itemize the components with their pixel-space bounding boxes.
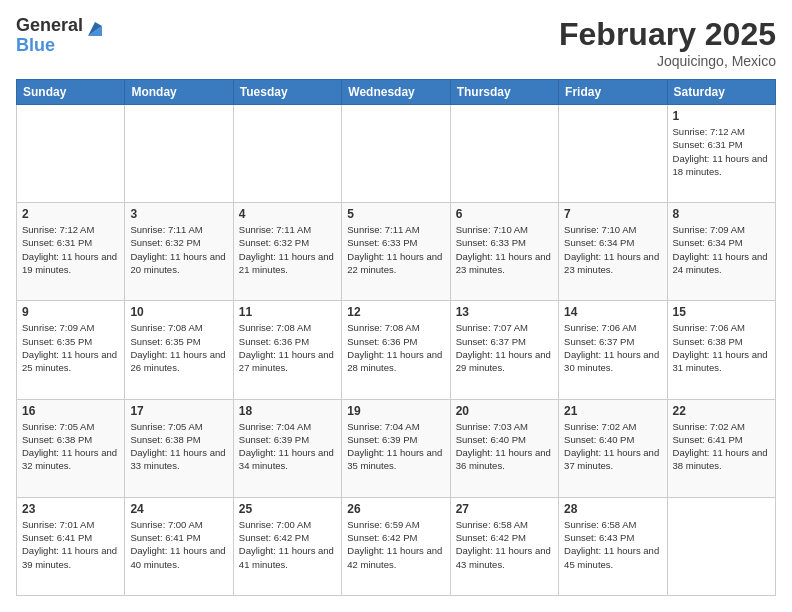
calendar-header-thursday: Thursday — [450, 80, 558, 105]
day-info: Sunrise: 7:08 AM Sunset: 6:36 PM Dayligh… — [239, 321, 336, 374]
day-info: Sunrise: 7:02 AM Sunset: 6:40 PM Dayligh… — [564, 420, 661, 473]
day-info: Sunrise: 7:04 AM Sunset: 6:39 PM Dayligh… — [239, 420, 336, 473]
day-number: 3 — [130, 207, 227, 221]
calendar-cell: 1Sunrise: 7:12 AM Sunset: 6:31 PM Daylig… — [667, 105, 775, 203]
day-info: Sunrise: 7:09 AM Sunset: 6:34 PM Dayligh… — [673, 223, 770, 276]
calendar-cell: 9Sunrise: 7:09 AM Sunset: 6:35 PM Daylig… — [17, 301, 125, 399]
calendar-cell: 24Sunrise: 7:00 AM Sunset: 6:41 PM Dayli… — [125, 497, 233, 595]
calendar-cell: 3Sunrise: 7:11 AM Sunset: 6:32 PM Daylig… — [125, 203, 233, 301]
day-info: Sunrise: 7:10 AM Sunset: 6:34 PM Dayligh… — [564, 223, 661, 276]
logo-general-text: General — [16, 16, 83, 36]
day-info: Sunrise: 7:00 AM Sunset: 6:42 PM Dayligh… — [239, 518, 336, 571]
day-number: 13 — [456, 305, 553, 319]
day-number: 25 — [239, 502, 336, 516]
calendar-cell: 8Sunrise: 7:09 AM Sunset: 6:34 PM Daylig… — [667, 203, 775, 301]
day-info: Sunrise: 7:11 AM Sunset: 6:32 PM Dayligh… — [130, 223, 227, 276]
day-info: Sunrise: 7:02 AM Sunset: 6:41 PM Dayligh… — [673, 420, 770, 473]
day-number: 27 — [456, 502, 553, 516]
day-info: Sunrise: 7:01 AM Sunset: 6:41 PM Dayligh… — [22, 518, 119, 571]
calendar-cell: 14Sunrise: 7:06 AM Sunset: 6:37 PM Dayli… — [559, 301, 667, 399]
title-block: February 2025 Joquicingo, Mexico — [559, 16, 776, 69]
calendar-cell: 17Sunrise: 7:05 AM Sunset: 6:38 PM Dayli… — [125, 399, 233, 497]
calendar-cell: 6Sunrise: 7:10 AM Sunset: 6:33 PM Daylig… — [450, 203, 558, 301]
day-number: 17 — [130, 404, 227, 418]
day-info: Sunrise: 7:05 AM Sunset: 6:38 PM Dayligh… — [130, 420, 227, 473]
day-number: 4 — [239, 207, 336, 221]
calendar-cell: 7Sunrise: 7:10 AM Sunset: 6:34 PM Daylig… — [559, 203, 667, 301]
day-number: 14 — [564, 305, 661, 319]
calendar-cell: 2Sunrise: 7:12 AM Sunset: 6:31 PM Daylig… — [17, 203, 125, 301]
calendar-header-saturday: Saturday — [667, 80, 775, 105]
day-info: Sunrise: 7:06 AM Sunset: 6:38 PM Dayligh… — [673, 321, 770, 374]
calendar-header-tuesday: Tuesday — [233, 80, 341, 105]
day-number: 7 — [564, 207, 661, 221]
calendar-cell: 15Sunrise: 7:06 AM Sunset: 6:38 PM Dayli… — [667, 301, 775, 399]
day-info: Sunrise: 7:12 AM Sunset: 6:31 PM Dayligh… — [673, 125, 770, 178]
logo: General Blue — [16, 16, 106, 56]
calendar-cell: 26Sunrise: 6:59 AM Sunset: 6:42 PM Dayli… — [342, 497, 450, 595]
day-number: 21 — [564, 404, 661, 418]
day-number: 16 — [22, 404, 119, 418]
calendar-cell: 19Sunrise: 7:04 AM Sunset: 6:39 PM Dayli… — [342, 399, 450, 497]
day-info: Sunrise: 7:05 AM Sunset: 6:38 PM Dayligh… — [22, 420, 119, 473]
day-info: Sunrise: 7:08 AM Sunset: 6:36 PM Dayligh… — [347, 321, 444, 374]
calendar-cell: 10Sunrise: 7:08 AM Sunset: 6:35 PM Dayli… — [125, 301, 233, 399]
calendar-cell: 25Sunrise: 7:00 AM Sunset: 6:42 PM Dayli… — [233, 497, 341, 595]
day-info: Sunrise: 7:04 AM Sunset: 6:39 PM Dayligh… — [347, 420, 444, 473]
calendar-cell — [233, 105, 341, 203]
calendar-cell — [559, 105, 667, 203]
day-number: 12 — [347, 305, 444, 319]
day-number: 2 — [22, 207, 119, 221]
day-number: 22 — [673, 404, 770, 418]
calendar-header-wednesday: Wednesday — [342, 80, 450, 105]
day-number: 19 — [347, 404, 444, 418]
day-number: 6 — [456, 207, 553, 221]
day-number: 8 — [673, 207, 770, 221]
calendar-cell: 16Sunrise: 7:05 AM Sunset: 6:38 PM Dayli… — [17, 399, 125, 497]
calendar-cell: 4Sunrise: 7:11 AM Sunset: 6:32 PM Daylig… — [233, 203, 341, 301]
calendar-cell: 5Sunrise: 7:11 AM Sunset: 6:33 PM Daylig… — [342, 203, 450, 301]
day-number: 1 — [673, 109, 770, 123]
day-number: 9 — [22, 305, 119, 319]
day-info: Sunrise: 6:58 AM Sunset: 6:42 PM Dayligh… — [456, 518, 553, 571]
day-info: Sunrise: 6:58 AM Sunset: 6:43 PM Dayligh… — [564, 518, 661, 571]
calendar-cell — [450, 105, 558, 203]
calendar-cell: 12Sunrise: 7:08 AM Sunset: 6:36 PM Dayli… — [342, 301, 450, 399]
calendar-cell: 22Sunrise: 7:02 AM Sunset: 6:41 PM Dayli… — [667, 399, 775, 497]
day-number: 10 — [130, 305, 227, 319]
calendar-cell: 18Sunrise: 7:04 AM Sunset: 6:39 PM Dayli… — [233, 399, 341, 497]
location-subtitle: Joquicingo, Mexico — [559, 53, 776, 69]
day-number: 24 — [130, 502, 227, 516]
calendar-cell: 13Sunrise: 7:07 AM Sunset: 6:37 PM Dayli… — [450, 301, 558, 399]
day-info: Sunrise: 7:00 AM Sunset: 6:41 PM Dayligh… — [130, 518, 227, 571]
calendar-cell — [342, 105, 450, 203]
day-number: 5 — [347, 207, 444, 221]
day-info: Sunrise: 7:07 AM Sunset: 6:37 PM Dayligh… — [456, 321, 553, 374]
day-info: Sunrise: 7:06 AM Sunset: 6:37 PM Dayligh… — [564, 321, 661, 374]
day-info: Sunrise: 7:08 AM Sunset: 6:35 PM Dayligh… — [130, 321, 227, 374]
day-info: Sunrise: 7:12 AM Sunset: 6:31 PM Dayligh… — [22, 223, 119, 276]
day-number: 26 — [347, 502, 444, 516]
day-number: 23 — [22, 502, 119, 516]
calendar-cell: 28Sunrise: 6:58 AM Sunset: 6:43 PM Dayli… — [559, 497, 667, 595]
day-info: Sunrise: 6:59 AM Sunset: 6:42 PM Dayligh… — [347, 518, 444, 571]
day-info: Sunrise: 7:03 AM Sunset: 6:40 PM Dayligh… — [456, 420, 553, 473]
page-title: February 2025 — [559, 16, 776, 53]
calendar-cell — [125, 105, 233, 203]
day-number: 20 — [456, 404, 553, 418]
calendar-cell: 27Sunrise: 6:58 AM Sunset: 6:42 PM Dayli… — [450, 497, 558, 595]
day-info: Sunrise: 7:11 AM Sunset: 6:33 PM Dayligh… — [347, 223, 444, 276]
calendar-table: SundayMondayTuesdayWednesdayThursdayFrid… — [16, 79, 776, 596]
calendar-cell: 21Sunrise: 7:02 AM Sunset: 6:40 PM Dayli… — [559, 399, 667, 497]
calendar-cell — [667, 497, 775, 595]
day-number: 18 — [239, 404, 336, 418]
calendar-cell: 23Sunrise: 7:01 AM Sunset: 6:41 PM Dayli… — [17, 497, 125, 595]
calendar-header-sunday: Sunday — [17, 80, 125, 105]
day-number: 11 — [239, 305, 336, 319]
calendar-header-monday: Monday — [125, 80, 233, 105]
day-info: Sunrise: 7:11 AM Sunset: 6:32 PM Dayligh… — [239, 223, 336, 276]
calendar-cell: 11Sunrise: 7:08 AM Sunset: 6:36 PM Dayli… — [233, 301, 341, 399]
day-info: Sunrise: 7:09 AM Sunset: 6:35 PM Dayligh… — [22, 321, 119, 374]
logo-icon — [84, 18, 106, 40]
logo-blue-text: Blue — [16, 36, 83, 56]
